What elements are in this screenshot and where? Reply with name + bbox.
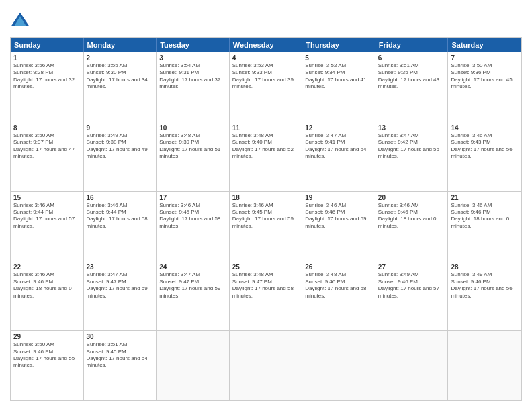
- cal-cell-5-7: [448, 331, 521, 400]
- cal-row-3: 15 Sunrise: 3:46 AM Sunset: 9:44 PM Dayl…: [11, 192, 521, 262]
- day-info: Sunrise: 3:52 AM Sunset: 9:34 PM Dayligh…: [305, 62, 372, 91]
- cal-row-4: 22 Sunrise: 3:46 AM Sunset: 9:46 PM Dayl…: [11, 261, 521, 331]
- cal-cell-4-2: 23 Sunrise: 3:47 AM Sunset: 9:47 PM Dayl…: [84, 261, 157, 330]
- cal-cell-4-7: 28 Sunrise: 3:49 AM Sunset: 9:46 PM Dayl…: [448, 261, 521, 330]
- day-info: Sunrise: 3:47 AM Sunset: 9:41 PM Dayligh…: [305, 132, 372, 161]
- day-number: 3: [159, 54, 226, 62]
- cal-cell-1-5: 5 Sunrise: 3:52 AM Sunset: 9:34 PM Dayli…: [302, 52, 375, 122]
- day-number: 25: [232, 263, 300, 271]
- cal-cell-3-3: 17 Sunrise: 3:46 AM Sunset: 9:45 PM Dayl…: [157, 192, 230, 261]
- cal-cell-3-4: 18 Sunrise: 3:46 AM Sunset: 9:45 PM Dayl…: [230, 192, 303, 261]
- day-info: Sunrise: 3:47 AM Sunset: 9:47 PM Dayligh…: [159, 271, 226, 300]
- cal-header-monday: Monday: [84, 38, 157, 52]
- day-number: 7: [451, 54, 519, 62]
- day-info: Sunrise: 3:49 AM Sunset: 9:46 PM Dayligh…: [451, 271, 519, 300]
- day-number: 23: [87, 263, 154, 271]
- header: [10, 10, 522, 30]
- day-number: 13: [378, 124, 445, 132]
- cal-cell-4-6: 27 Sunrise: 3:49 AM Sunset: 9:46 PM Dayl…: [375, 261, 449, 330]
- day-info: Sunrise: 3:50 AM Sunset: 9:36 PM Dayligh…: [451, 62, 519, 91]
- cal-cell-3-1: 15 Sunrise: 3:46 AM Sunset: 9:44 PM Dayl…: [11, 192, 84, 261]
- day-info: Sunrise: 3:46 AM Sunset: 9:46 PM Dayligh…: [13, 271, 81, 300]
- day-info: Sunrise: 3:51 AM Sunset: 9:35 PM Dayligh…: [378, 62, 445, 91]
- day-number: 8: [13, 124, 81, 132]
- cal-header-sunday: Sunday: [11, 38, 84, 52]
- cal-cell-2-4: 11 Sunrise: 3:48 AM Sunset: 9:40 PM Dayl…: [230, 122, 303, 191]
- calendar-header: SundayMondayTuesdayWednesdayThursdayFrid…: [11, 38, 521, 52]
- day-info: Sunrise: 3:46 AM Sunset: 9:46 PM Dayligh…: [378, 202, 445, 230]
- cal-header-wednesday: Wednesday: [230, 38, 303, 52]
- logo-icon: [10, 10, 30, 30]
- day-info: Sunrise: 3:48 AM Sunset: 9:40 PM Dayligh…: [232, 132, 300, 161]
- day-number: 17: [159, 194, 226, 201]
- cal-cell-1-2: 2 Sunrise: 3:55 AM Sunset: 9:30 PM Dayli…: [84, 52, 157, 122]
- day-number: 1: [13, 54, 81, 62]
- cal-cell-4-4: 25 Sunrise: 3:48 AM Sunset: 9:47 PM Dayl…: [230, 261, 303, 330]
- day-number: 20: [378, 194, 445, 201]
- day-info: Sunrise: 3:46 AM Sunset: 9:46 PM Dayligh…: [305, 202, 372, 230]
- day-number: 5: [305, 54, 372, 62]
- logo: [10, 10, 33, 30]
- day-number: 12: [305, 124, 372, 132]
- cal-cell-2-1: 8 Sunrise: 3:50 AM Sunset: 9:37 PM Dayli…: [11, 122, 84, 191]
- cal-cell-5-6: [375, 331, 449, 400]
- day-info: Sunrise: 3:51 AM Sunset: 9:45 PM Dayligh…: [87, 341, 154, 369]
- cal-cell-2-6: 13 Sunrise: 3:47 AM Sunset: 9:42 PM Dayl…: [375, 122, 449, 191]
- cal-row-5: 29 Sunrise: 3:50 AM Sunset: 9:46 PM Dayl…: [11, 331, 521, 400]
- day-info: Sunrise: 3:46 AM Sunset: 9:46 PM Dayligh…: [451, 202, 519, 230]
- cal-header-thursday: Thursday: [302, 38, 375, 52]
- day-number: 14: [451, 124, 519, 132]
- day-number: 21: [451, 194, 519, 201]
- cal-cell-1-7: 7 Sunrise: 3:50 AM Sunset: 9:36 PM Dayli…: [448, 52, 521, 122]
- cal-cell-5-5: [302, 331, 375, 400]
- cal-header-saturday: Saturday: [448, 38, 521, 52]
- day-info: Sunrise: 3:48 AM Sunset: 9:47 PM Dayligh…: [232, 271, 300, 300]
- cal-cell-2-7: 14 Sunrise: 3:46 AM Sunset: 9:43 PM Dayl…: [448, 122, 521, 191]
- cal-cell-4-1: 22 Sunrise: 3:46 AM Sunset: 9:46 PM Dayl…: [11, 261, 84, 330]
- calendar: SundayMondayTuesdayWednesdayThursdayFrid…: [10, 37, 522, 401]
- cal-cell-5-2: 30 Sunrise: 3:51 AM Sunset: 9:45 PM Dayl…: [84, 331, 157, 400]
- day-number: 9: [87, 124, 154, 132]
- cal-cell-2-5: 12 Sunrise: 3:47 AM Sunset: 9:41 PM Dayl…: [302, 122, 375, 191]
- day-number: 10: [159, 124, 226, 132]
- day-number: 26: [305, 263, 372, 271]
- day-info: Sunrise: 3:49 AM Sunset: 9:46 PM Dayligh…: [378, 271, 445, 300]
- cal-cell-3-2: 16 Sunrise: 3:46 AM Sunset: 9:44 PM Dayl…: [84, 192, 157, 261]
- day-info: Sunrise: 3:46 AM Sunset: 9:45 PM Dayligh…: [159, 202, 226, 230]
- cal-cell-1-1: 1 Sunrise: 3:56 AM Sunset: 9:28 PM Dayli…: [11, 52, 84, 122]
- day-number: 2: [87, 54, 154, 62]
- cal-cell-2-2: 9 Sunrise: 3:49 AM Sunset: 9:38 PM Dayli…: [84, 122, 157, 191]
- day-info: Sunrise: 3:46 AM Sunset: 9:43 PM Dayligh…: [451, 132, 519, 161]
- day-info: Sunrise: 3:54 AM Sunset: 9:31 PM Dayligh…: [159, 62, 226, 91]
- day-number: 16: [87, 194, 154, 201]
- day-info: Sunrise: 3:46 AM Sunset: 9:44 PM Dayligh…: [87, 202, 154, 230]
- cal-cell-4-3: 24 Sunrise: 3:47 AM Sunset: 9:47 PM Dayl…: [157, 261, 230, 330]
- day-info: Sunrise: 3:47 AM Sunset: 9:47 PM Dayligh…: [87, 271, 154, 300]
- day-info: Sunrise: 3:50 AM Sunset: 9:37 PM Dayligh…: [13, 132, 81, 161]
- page: SundayMondayTuesdayWednesdayThursdayFrid…: [0, 0, 532, 411]
- cal-cell-3-5: 19 Sunrise: 3:46 AM Sunset: 9:46 PM Dayl…: [302, 192, 375, 261]
- day-info: Sunrise: 3:53 AM Sunset: 9:33 PM Dayligh…: [232, 62, 300, 91]
- day-info: Sunrise: 3:48 AM Sunset: 9:46 PM Dayligh…: [305, 271, 372, 300]
- day-number: 15: [13, 194, 81, 201]
- day-info: Sunrise: 3:47 AM Sunset: 9:42 PM Dayligh…: [378, 132, 445, 161]
- cal-cell-5-1: 29 Sunrise: 3:50 AM Sunset: 9:46 PM Dayl…: [11, 331, 84, 400]
- day-info: Sunrise: 3:50 AM Sunset: 9:46 PM Dayligh…: [13, 341, 81, 369]
- day-number: 6: [378, 54, 445, 62]
- cal-cell-2-3: 10 Sunrise: 3:48 AM Sunset: 9:39 PM Dayl…: [157, 122, 230, 191]
- cal-cell-5-3: [157, 331, 230, 400]
- day-info: Sunrise: 3:56 AM Sunset: 9:28 PM Dayligh…: [13, 62, 81, 91]
- cal-cell-3-6: 20 Sunrise: 3:46 AM Sunset: 9:46 PM Dayl…: [375, 192, 449, 261]
- day-number: 28: [451, 263, 519, 271]
- cal-row-2: 8 Sunrise: 3:50 AM Sunset: 9:37 PM Dayli…: [11, 122, 521, 192]
- cal-cell-5-4: [230, 331, 303, 400]
- day-info: Sunrise: 3:49 AM Sunset: 9:38 PM Dayligh…: [87, 132, 154, 161]
- cal-cell-1-3: 3 Sunrise: 3:54 AM Sunset: 9:31 PM Dayli…: [157, 52, 230, 122]
- cal-cell-4-5: 26 Sunrise: 3:48 AM Sunset: 9:46 PM Dayl…: [302, 261, 375, 330]
- day-info: Sunrise: 3:46 AM Sunset: 9:44 PM Dayligh…: [13, 202, 81, 230]
- day-info: Sunrise: 3:46 AM Sunset: 9:45 PM Dayligh…: [232, 202, 300, 230]
- day-number: 24: [159, 263, 226, 271]
- day-number: 18: [232, 194, 300, 201]
- day-info: Sunrise: 3:55 AM Sunset: 9:30 PM Dayligh…: [87, 62, 154, 91]
- day-number: 29: [13, 333, 81, 340]
